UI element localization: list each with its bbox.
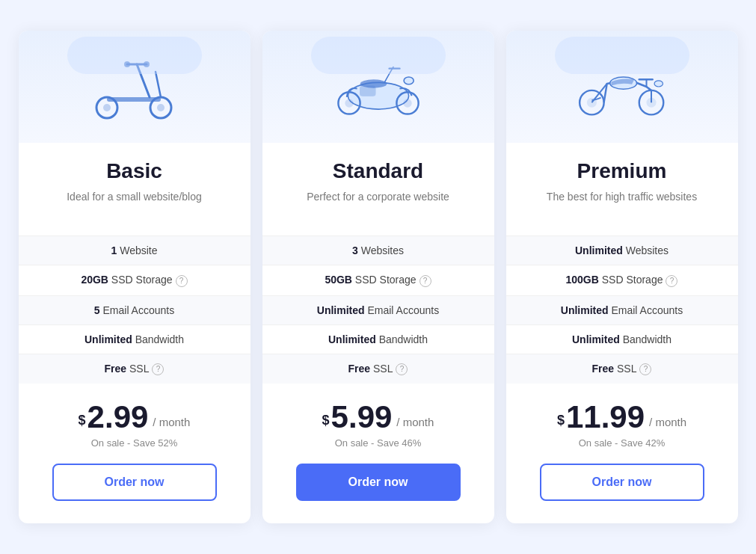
- help-icon[interactable]: ?: [176, 275, 188, 287]
- feature-bold: Unlimited: [317, 304, 365, 316]
- feature-bold: 20GB: [81, 274, 108, 286]
- help-icon[interactable]: ?: [639, 363, 651, 375]
- feature-text: SSD Storage: [108, 274, 173, 286]
- feature-text: SSL: [614, 363, 636, 375]
- feature-row: 3 Websites: [262, 236, 494, 265]
- feature-row: Unlimited Bandwidth: [19, 324, 251, 354]
- standard-features: 3 Websites50GB SSD Storage?Unlimited Ema…: [262, 236, 494, 384]
- help-icon[interactable]: ?: [152, 363, 164, 375]
- svg-rect-18: [360, 86, 375, 96]
- price-amount: 5.99: [331, 401, 393, 433]
- standard-name: Standard: [333, 159, 423, 183]
- feature-row: Unlimited Bandwidth: [262, 324, 494, 354]
- feature-row: 1 Website: [19, 236, 251, 265]
- basic-pricing: $2.99/ monthOn sale - Save 52%: [64, 401, 206, 449]
- svg-point-17: [345, 99, 353, 107]
- basic-desc: Ideal for a small website/blog: [67, 189, 202, 221]
- feature-row: Free SSL?: [19, 354, 251, 384]
- feature-text: Email Accounts: [100, 304, 175, 316]
- svg-point-15: [403, 99, 411, 107]
- basic-features: 1 Website20GB SSD Storage?5 Email Accoun…: [19, 236, 251, 384]
- price-amount: 2.99: [87, 401, 149, 433]
- premium-features: Unlimited Websites100GB SSD Storage?Unli…: [506, 236, 738, 384]
- help-icon[interactable]: ?: [666, 275, 677, 287]
- feature-bold: Unlimited: [572, 333, 620, 345]
- standard-order-button[interactable]: Order now: [296, 464, 461, 501]
- svg-rect-4: [107, 97, 161, 102]
- price-sale: On sale - Save 52%: [79, 437, 191, 449]
- price-line: $11.99/ month: [557, 401, 686, 433]
- svg-point-1: [103, 104, 111, 111]
- feature-row: 100GB SSD Storage?: [506, 265, 738, 295]
- svg-line-9: [156, 72, 161, 97]
- price-sale: On sale - Save 46%: [322, 437, 434, 449]
- feature-bold: Unlimited: [561, 304, 609, 316]
- help-icon[interactable]: ?: [420, 275, 431, 287]
- feature-text: Bandwidth: [376, 333, 428, 345]
- premium-order-button[interactable]: Order now: [540, 464, 704, 501]
- feature-row: Unlimited Bandwidth: [506, 324, 738, 354]
- price-dollar-sign: $: [79, 413, 86, 428]
- basic-illustration: [19, 31, 251, 143]
- price-line: $5.99/ month: [322, 401, 434, 433]
- feature-row: 20GB SSD Storage?: [19, 265, 251, 295]
- feature-row: Unlimited Websites: [506, 236, 738, 265]
- feature-bold: 3: [352, 244, 358, 256]
- plan-card-premium: PremiumThe best for high traffic website…: [506, 31, 738, 523]
- feature-bold: Unlimited: [84, 333, 132, 345]
- feature-row: 5 Email Accounts: [19, 295, 251, 324]
- feature-text: SSL: [370, 363, 393, 375]
- cloud-decoration: [67, 37, 202, 74]
- feature-text: Email Accounts: [609, 304, 683, 316]
- feature-bold: Free: [348, 363, 371, 375]
- standard-desc: Perfect for a corporate website: [307, 189, 449, 221]
- svg-point-13: [404, 77, 414, 84]
- feature-text: SSD Storage: [352, 274, 417, 286]
- feature-text: Website: [117, 244, 157, 256]
- feature-text: Email Accounts: [365, 304, 440, 316]
- price-amount: 11.99: [566, 401, 645, 433]
- feature-row: Unlimited Email Accounts: [262, 295, 494, 324]
- feature-bold: Free: [592, 363, 615, 375]
- help-icon[interactable]: ?: [396, 363, 408, 375]
- feature-row: 50GB SSD Storage?: [262, 265, 494, 295]
- basic-order-button[interactable]: Order now: [52, 464, 217, 501]
- premium-pricing: $11.99/ monthOn sale - Save 42%: [542, 401, 701, 449]
- price-sale: On sale - Save 42%: [557, 437, 686, 449]
- feature-bold: 50GB: [325, 274, 352, 286]
- premium-name: Premium: [577, 159, 667, 183]
- premium-illustration: [506, 31, 738, 143]
- feature-text: Bandwidth: [132, 333, 184, 345]
- cloud-decoration: [555, 37, 689, 74]
- standard-pricing: $5.99/ monthOn sale - Save 46%: [307, 401, 449, 449]
- price-dollar-sign: $: [557, 413, 565, 428]
- standard-illustration: [262, 31, 494, 143]
- feature-text: Bandwidth: [620, 333, 672, 345]
- price-period: / month: [153, 416, 190, 428]
- svg-point-28: [654, 81, 663, 87]
- svg-point-3: [157, 104, 165, 111]
- feature-bold: Unlimited: [328, 333, 376, 345]
- feature-bold: 5: [94, 304, 100, 316]
- feature-bold: Free: [105, 363, 127, 375]
- feature-text: Websites: [358, 244, 404, 256]
- feature-bold: Unlimited: [575, 244, 623, 256]
- feature-row: Unlimited Email Accounts: [506, 295, 738, 324]
- basic-name: Basic: [106, 159, 162, 183]
- price-period: / month: [396, 416, 434, 428]
- feature-row: Free SSL?: [506, 354, 738, 384]
- feature-text: SSL: [126, 363, 149, 375]
- feature-row: Free SSL?: [262, 354, 494, 384]
- price-line: $2.99/ month: [79, 401, 191, 433]
- premium-desc: The best for high traffic websites: [547, 189, 697, 221]
- price-period: / month: [649, 416, 686, 428]
- feature-text: SSD Storage: [599, 274, 663, 286]
- feature-text: Websites: [623, 244, 669, 256]
- feature-bold: 100GB: [566, 274, 599, 286]
- plan-card-basic: BasicIdeal for a small website/blog1 Web…: [19, 31, 251, 523]
- pricing-container: BasicIdeal for a small website/blog1 Web…: [12, 31, 745, 523]
- price-dollar-sign: $: [322, 413, 330, 428]
- plan-card-standard: StandardPerfect for a corporate website3…: [262, 31, 494, 523]
- cloud-decoration: [311, 37, 446, 74]
